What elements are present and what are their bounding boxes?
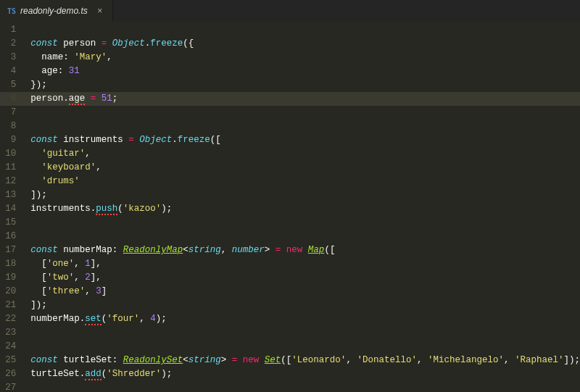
token: age [69,93,86,105]
token: , [417,355,428,365]
gutter: 1234567891011121314151617181920212223242… [0,22,23,392]
token: = [128,135,134,145]
code-line: instruments.push('kazoo'); [30,202,580,216]
code-area[interactable]: const person = Object.freeze({ name: 'Ma… [23,22,580,392]
token: 'Donatello' [357,355,417,365]
token: 'Raphael' [515,355,564,365]
token: const [30,135,58,145]
code-line [30,381,580,392]
token: 'Michelangelo' [428,355,504,365]
token: ); [161,204,172,214]
token: 'one' [47,259,75,269]
line-number: 19 [0,271,16,285]
code-line: const person = Object.freeze({ [30,37,580,51]
code-line: name: 'Mary', [30,51,580,64]
line-number: 18 [0,257,16,271]
code-line: person.age = 51; [30,92,580,106]
token: Map [308,245,325,255]
token: > [265,245,276,255]
code-line [30,120,580,133]
code-line: 'guitar', [30,147,580,161]
code-line: ['one', 1], [30,257,580,271]
line-number: 23 [0,326,16,340]
token: ( [117,204,123,214]
token: > [221,355,232,365]
token: ([ [210,135,221,145]
token [30,162,41,172]
code-line: const instruments = Object.freeze([ [30,133,580,147]
line-number: 24 [0,340,16,354]
token: ReadonlySet [123,355,183,365]
token [302,245,308,255]
line-number: 11 [0,161,16,175]
token: const [30,245,58,255]
token: , [139,314,150,324]
line-number: 20 [0,285,16,299]
token: turtleSet [58,355,112,365]
token: Object [139,135,172,145]
token: ); [156,314,167,324]
token: instruments [58,135,129,145]
token: turtleSet. [30,369,85,379]
token: : [112,245,123,255]
token: , [96,162,102,172]
token [107,38,112,49]
token [85,93,91,104]
code-line: }); [30,78,580,92]
token: 'kazoo' [123,204,162,214]
token: , [85,286,96,296]
token: 2 [85,272,91,283]
token: 4 [150,314,156,324]
token: age [30,66,58,76]
token [96,93,102,104]
token: 'keyboard' [41,162,96,172]
token: 3 [96,286,102,296]
code-line [30,326,580,340]
token: ] [102,286,107,296]
code-line: ['three', 3] [30,285,580,299]
token [259,355,265,365]
token [30,176,41,186]
line-number: 9 [0,133,16,147]
token: 'drums' [41,176,80,186]
token: 'three' [47,286,86,296]
token: numberMap. [30,314,85,324]
token: ]); [563,355,580,365]
token: , [346,355,357,365]
token: , [74,272,85,283]
line-number: 3 [0,51,16,64]
line-number: 15 [0,216,16,230]
code-line [30,216,580,230]
token: , [221,245,232,255]
code-line [30,23,580,37]
code-line [30,106,580,120]
token: : [58,66,69,76]
token: }); [30,80,47,90]
code-line [30,230,580,243]
line-number: 26 [0,367,16,381]
token: [ [30,272,47,283]
token: person [58,38,102,49]
token: 'Mary' [74,52,107,62]
editor: 1234567891011121314151617181920212223242… [0,22,580,392]
tab-readonly-demo[interactable]: TS readonly-demo.ts × [0,0,113,22]
code-line: 'drums' [30,175,580,188]
tab-filename: readonly-demo.ts [20,6,88,16]
token: ; [112,93,118,104]
token: ], [91,272,102,283]
line-number: 4 [0,64,16,78]
token: < [183,245,188,255]
token: [ [30,286,47,296]
token: . [172,135,178,145]
token: , [107,52,112,62]
token: string [188,355,221,365]
line-number: 8 [0,120,16,133]
token: 1 [85,259,91,269]
token: const [30,38,58,49]
close-icon[interactable]: × [95,6,105,16]
token: const [30,355,58,365]
token: , [85,149,91,159]
token: push [96,204,117,215]
token: freeze [178,135,210,145]
token: new [286,245,303,255]
